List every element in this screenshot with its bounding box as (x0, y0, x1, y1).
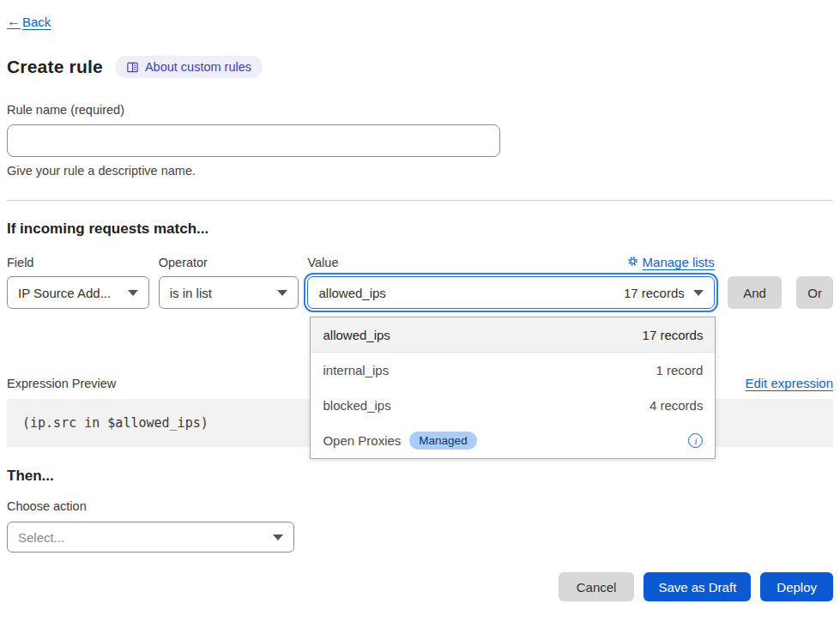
field-select[interactable]: IP Source Add... (7, 276, 149, 309)
field-label: Field (7, 256, 149, 269)
match-heading: If incoming requests match... (7, 220, 833, 238)
section-divider (7, 200, 833, 201)
save-as-draft-button[interactable]: Save as Draft (644, 572, 751, 601)
expression-code: (ip.src in $allowed_ips) (22, 415, 208, 431)
operator-select-value: is in list (170, 286, 212, 300)
value-select[interactable]: allowed_ips 17 records (307, 276, 714, 309)
deploy-button[interactable]: Deploy (760, 572, 833, 601)
rule-name-input[interactable] (7, 124, 500, 157)
field-select-value: IP Source Add... (18, 286, 111, 300)
list-item-name: blocked_ips (323, 398, 390, 413)
gear-icon (627, 255, 638, 269)
back-link[interactable]: ←Back (7, 14, 51, 29)
about-badge-label: About custom rules (145, 60, 251, 74)
manage-lists-link[interactable]: Manage lists (627, 255, 715, 269)
expression-preview-label: Expression Preview (7, 377, 116, 390)
cancel-button[interactable]: Cancel (559, 572, 635, 601)
operator-label: Operator (159, 256, 299, 269)
and-button[interactable]: And (728, 276, 783, 309)
then-heading: Then... (7, 468, 833, 485)
list-item-name: internal_ips (323, 363, 389, 377)
list-item-name: allowed_ips (323, 328, 390, 342)
list-item-records: 1 record (656, 363, 703, 377)
or-button[interactable]: Or (796, 276, 833, 309)
title-row: Create rule About custom rules (7, 56, 833, 78)
rule-name-label: Rule name (required) (7, 103, 833, 117)
choose-action-label: Choose action (7, 499, 833, 513)
list-item-open-proxies[interactable]: Open Proxies Managed i (311, 423, 715, 458)
about-custom-rules-link[interactable]: About custom rules (115, 56, 263, 78)
value-label: Value (307, 256, 338, 269)
create-rule-page: ←Back Create rule About custom rules Rul… (0, 0, 840, 601)
operator-select[interactable]: is in list (159, 276, 299, 309)
info-icon[interactable]: i (688, 433, 703, 448)
footer-actions: Cancel Save as Draft Deploy (7, 572, 833, 601)
back-link-label: Back (22, 15, 51, 29)
edit-expression-link[interactable]: Edit expression (745, 376, 833, 390)
list-item-records: 4 records (650, 398, 704, 413)
value-select-value: allowed_ips (318, 286, 385, 300)
list-item-internal-ips[interactable]: internal_ips 1 record (311, 353, 715, 388)
chevron-down-icon (273, 534, 283, 540)
page-title: Create rule (7, 57, 103, 77)
value-records-count: 17 records (624, 286, 685, 300)
list-item-blocked-ips[interactable]: blocked_ips 4 records (311, 388, 715, 423)
manage-lists-label: Manage lists (643, 255, 715, 269)
action-select-placeholder: Select... (18, 530, 64, 545)
back-arrow-icon: ← (7, 14, 21, 29)
action-select[interactable]: Select... (7, 522, 294, 552)
managed-badge: Managed (409, 432, 476, 450)
list-item-allowed-ips[interactable]: allowed_ips 17 records (311, 317, 715, 353)
condition-row: Field IP Source Add... Operator is in li… (7, 255, 833, 309)
list-item-name: Open Proxies (323, 433, 401, 448)
book-icon (126, 61, 139, 74)
chevron-down-icon (693, 290, 704, 296)
list-item-records: 17 records (643, 328, 704, 342)
rule-name-helper: Give your rule a descriptive name. (7, 164, 833, 178)
chevron-down-icon (128, 290, 138, 296)
list-dropdown: allowed_ips 17 records internal_ips 1 re… (310, 317, 716, 459)
chevron-down-icon (277, 290, 287, 296)
